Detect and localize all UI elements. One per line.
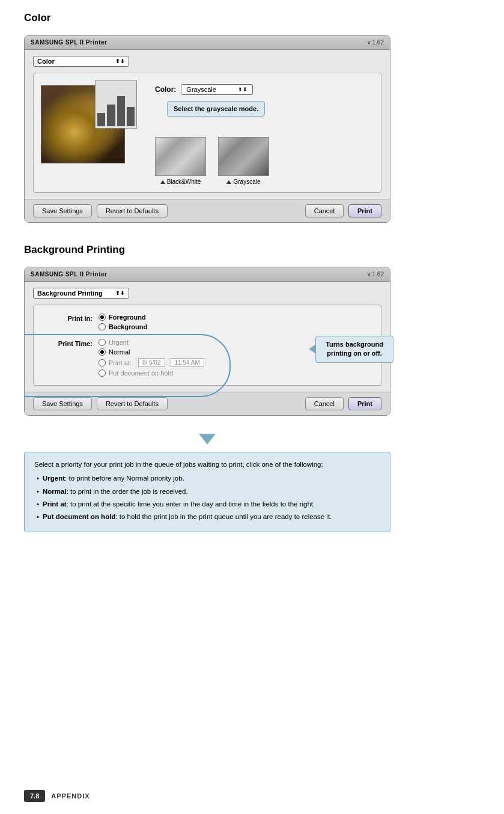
- bw-preview: Black&White: [155, 137, 206, 185]
- color-cancel-button[interactable]: Cancel: [305, 204, 344, 217]
- urgent-radio-button[interactable]: [99, 339, 106, 346]
- bar3: [117, 96, 125, 126]
- bg-dropdown-bar: Background Printing ⬆⬇: [33, 288, 381, 299]
- print-at-time[interactable]: 11:54 AM: [171, 358, 204, 367]
- urgent-text: : to print before any Normal priority jo…: [65, 475, 184, 482]
- hold-label: Put document on hold: [109, 369, 173, 377]
- background-radio-row[interactable]: Background: [99, 323, 147, 330]
- normal-text: : to print in the order the job is recei…: [67, 488, 188, 495]
- bg-dialog-wrapper: Turns background printing on or off. SAM…: [24, 267, 390, 532]
- info-up-arrow-icon: [199, 434, 216, 445]
- grayscale-preview-image: [218, 137, 269, 176]
- gray-triangle-icon: [226, 180, 231, 184]
- color-revert-button[interactable]: Revert to Defaults: [97, 204, 168, 217]
- print-in-radio-group: Foreground Background: [99, 314, 147, 330]
- bg-dialog-brand: SAMSUNG SPL II Printer: [31, 271, 108, 278]
- bg-print-button[interactable]: Print: [348, 397, 381, 410]
- bar1: [97, 113, 105, 126]
- normal-radio-button[interactable]: [99, 348, 106, 356]
- gray-image-content: [219, 138, 269, 175]
- print-in-row: Print in: Foreground Background: [44, 314, 370, 330]
- color-panel-dropdown-label: Color: [37, 58, 55, 65]
- color-value-arrow-icon: ⬆⬇: [238, 87, 247, 93]
- color-print-button[interactable]: Print: [348, 204, 381, 217]
- urgent-bold: Urgent: [43, 475, 65, 482]
- color-callout-text: Select the grayscale mode.: [174, 105, 258, 112]
- normal-bold: Normal: [43, 488, 67, 495]
- hold-radio-button[interactable]: [99, 369, 106, 377]
- normal-label: Normal: [109, 348, 130, 356]
- info-item-urgent: Urgent: to print before any Normal prior…: [37, 473, 380, 484]
- color-dialog-titlebar: SAMSUNG SPL II Printer v 1.62: [25, 35, 390, 50]
- bw-label-text: Black&White: [167, 178, 201, 185]
- color-bars-image: [95, 80, 137, 129]
- page-footer: 7.8 Appendix: [0, 790, 504, 802]
- grayscale-previews: Black&White Grayscale: [155, 137, 374, 185]
- bw-label: Black&White: [160, 178, 201, 185]
- bg-callout-arrow-icon: [309, 344, 316, 354]
- print-at-date[interactable]: 8/ 5/02: [138, 358, 165, 367]
- info-list: Urgent: to print before any Normal prior…: [34, 473, 380, 522]
- color-dialog-brand: SAMSUNG SPL II Printer: [31, 39, 108, 46]
- bg-callout-line1: Turns background: [326, 341, 383, 348]
- color-inner-content: • • • Color: Grayscale ⬆⬇: [41, 80, 374, 185]
- grayscale-preview: Grayscale: [218, 137, 269, 185]
- foreground-label: Foreground: [109, 314, 146, 321]
- bg-dialog-titlebar: SAMSUNG SPL II Printer v 1.62: [25, 267, 390, 282]
- info-item-printat: Print at: to print at the specific time …: [37, 499, 380, 509]
- print-at-label: Print at:: [109, 359, 132, 366]
- normal-radio-row[interactable]: Normal: [99, 348, 204, 356]
- bg-panel-dropdown-label: Background Printing: [37, 290, 103, 297]
- gray-label-text: Grayscale: [233, 178, 260, 185]
- bg-dialog-version: v 1.62: [368, 271, 384, 278]
- bar4: [127, 107, 135, 126]
- color-dropdown-bar: Color ⬆⬇: [33, 56, 381, 67]
- color-option-row: Color: Grayscale ⬆⬇: [155, 84, 374, 95]
- urgent-label: Urgent: [109, 339, 129, 346]
- color-save-button[interactable]: Save Settings: [33, 204, 92, 217]
- bg-section-title: Background Printing: [24, 244, 480, 256]
- bw-triangle-icon: [160, 180, 165, 184]
- bg-cancel-button[interactable]: Cancel: [305, 397, 344, 410]
- hold-text: : to hold the print job in the print que…: [115, 513, 332, 520]
- info-arrow-container: [24, 434, 390, 452]
- color-dialog-inner: • • • Color: Grayscale ⬆⬇: [33, 73, 381, 193]
- info-intro-text: Select a priority for your print job in …: [34, 460, 380, 470]
- color-field-label: Color:: [155, 85, 176, 94]
- print-at-radio-row[interactable]: Print at: 8/ 5/02 11:54 AM: [99, 358, 204, 367]
- bg-dialog-footer: Save Settings Revert to Defaults Cancel …: [25, 392, 390, 415]
- printat-text: : to print at the specific time you ente…: [67, 500, 315, 508]
- print-time-options: Urgent Normal Print at: 8/ 5/02: [99, 339, 204, 377]
- printat-bold: Print at: [43, 500, 67, 508]
- info-item-hold: Put document on hold: to hold the print …: [37, 512, 380, 522]
- color-dialog-version: v 1.62: [368, 39, 384, 46]
- color-panel-dropdown[interactable]: Color ⬆⬇: [33, 56, 129, 67]
- print-time-label: Print Time:: [44, 339, 99, 347]
- color-dialog-content: Color ⬆⬇: [25, 50, 390, 199]
- bg-save-button[interactable]: Save Settings: [33, 397, 92, 410]
- color-value-dropdown[interactable]: Grayscale ⬆⬇: [181, 84, 253, 95]
- foreground-radio-button[interactable]: [99, 314, 106, 321]
- hold-bold: Put document on hold: [43, 513, 115, 520]
- background-label: Background: [109, 323, 147, 330]
- footer-section-label: Appendix: [51, 792, 90, 800]
- color-callout-box: Select the grayscale mode.: [167, 101, 265, 117]
- bg-callout-line2: printing on or off.: [327, 350, 382, 357]
- color-section-title: Color: [24, 12, 480, 24]
- info-item-normal: Normal: to print in the order the job is…: [37, 487, 380, 497]
- print-at-radio-button[interactable]: [99, 359, 106, 366]
- bg-revert-button[interactable]: Revert to Defaults: [97, 397, 168, 410]
- bw-preview-image: [155, 137, 206, 176]
- hold-radio-row[interactable]: Put document on hold: [99, 369, 204, 377]
- gray-label: Grayscale: [226, 178, 260, 185]
- background-radio-button[interactable]: [99, 323, 106, 330]
- bg-callout-box: Turns background printing on or off.: [315, 336, 393, 363]
- bg-panel-dropdown[interactable]: Background Printing ⬆⬇: [33, 288, 129, 299]
- bar2: [107, 105, 115, 126]
- color-value-text: Grayscale: [186, 86, 216, 93]
- color-dialog-footer: Save Settings Revert to Defaults Cancel …: [25, 199, 390, 222]
- color-dialog: SAMSUNG SPL II Printer v 1.62 Color ⬆⬇: [24, 35, 390, 223]
- urgent-radio-row[interactable]: Urgent: [99, 339, 204, 346]
- foreground-radio-row[interactable]: Foreground: [99, 314, 147, 321]
- color-options-area: Color: Grayscale ⬆⬇ Select the grayscale…: [155, 80, 374, 185]
